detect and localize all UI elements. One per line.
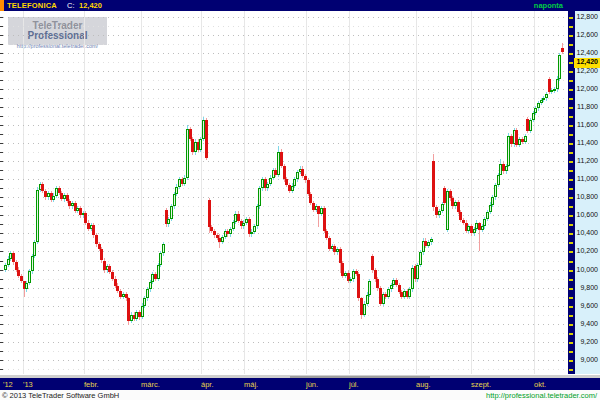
price-gridline-minor [3,116,568,117]
price-gridline-major [3,125,568,126]
candle-up [183,178,186,184]
close-field-label: C: [67,1,75,10]
price-axis-label: 12,000 [577,85,598,92]
right-axis-tick [569,80,573,82]
left-axis-tick [0,170,3,171]
candle-up [175,187,178,194]
time-axis-label: jún. [306,380,318,389]
price-axis-label: 9,800 [580,284,598,291]
price-gridline-major [3,89,568,90]
candle-up [221,237,224,242]
left-axis-tick [0,179,3,180]
right-axis-tick [569,360,573,362]
month-gridline [416,11,417,374]
left-axis-tick [0,369,3,370]
left-axis-tick [0,288,3,289]
right-axis-tick [569,143,573,145]
right-axis-tick [569,134,573,136]
left-axis-tick [0,251,3,252]
left-axis-tick [0,324,3,325]
price-axis-label: 9,000 [580,356,598,363]
candle-up [529,120,532,131]
left-axis-tick [0,89,3,90]
candle-up [296,172,299,179]
right-axis-tick [569,98,573,100]
candle-up [430,239,433,243]
candle-down [92,225,95,235]
right-axis-tick [569,53,573,55]
right-axis-tick [569,351,573,353]
price-gridline-minor [3,206,568,207]
candle-up [494,185,497,198]
left-axis-tick [0,35,3,36]
candle-up [266,184,269,189]
title-bar: TELEFONICA C: 12,420 naponta [0,0,600,11]
time-axis-bar: '12'13febr.márc.ápr.máj.jún.júl.aug.szep… [0,378,600,390]
candle-down [309,194,312,203]
right-axis-tick [569,306,573,308]
left-axis-tick [0,161,3,162]
left-axis-tick [0,215,3,216]
right-axis-tick [569,125,573,127]
right-axis-tick [569,161,573,163]
price-axis-label: 10,000 [577,266,598,273]
candle-down [459,212,462,220]
left-axis-tick [0,80,3,81]
right-axis-tick [569,342,573,344]
candle-up [293,179,296,185]
last-price-value: 12,420 [79,1,102,10]
candle-down [561,48,564,52]
left-axis-tick [0,44,3,45]
time-axis-label: márc. [141,380,160,389]
right-axis-tick [569,116,573,118]
price-gridline-major [3,143,568,144]
interval-selector[interactable]: naponta [534,1,563,10]
left-axis-tick [0,315,3,316]
left-axis-tick [0,188,3,189]
price-gridline-minor [3,261,568,262]
candle-up [349,279,352,281]
price-gridline-minor [3,152,568,153]
candle-up [242,223,245,227]
price-gridline-minor [3,315,568,316]
right-axis-tick [569,333,573,335]
price-axis-label: 11,000 [577,175,598,182]
candle-up [416,265,419,279]
left-axis-tick [0,233,3,234]
candle-up [438,211,441,216]
candle-up [486,212,489,219]
candle-down [208,200,211,227]
candle-down [95,235,98,244]
right-axis-tick [569,324,573,326]
right-axis-tick [569,71,573,73]
right-axis-tick [569,233,573,235]
candlestick-plot-area[interactable]: TeleTrader Professional http://professio… [0,11,568,374]
left-axis-tick [0,125,3,126]
time-axis-label: '13 [23,380,33,389]
price-gridline-major [3,251,568,252]
right-axis-tick [569,17,573,19]
price-axis-label: 12,400 [577,49,598,56]
left-axis-tick [0,360,3,361]
price-gridline-minor [3,134,568,135]
price-axis-label: 11,400 [577,139,598,146]
candle-up [167,219,170,224]
candle-down [205,120,208,158]
candle-down [376,279,379,288]
left-axis-tick [0,279,3,280]
price-gridline-minor [3,26,568,27]
candle-down [280,152,283,166]
price-gridline-minor [3,333,568,334]
candle-down [84,213,87,223]
price-gridline-minor [3,279,568,280]
left-axis-tick [0,134,3,135]
candle-up [250,232,253,235]
month-gridline [201,11,202,374]
candle-down [371,256,374,270]
left-axis-tick [0,143,3,144]
time-axis-label: okt. [534,380,546,389]
left-axis-tick [0,62,3,63]
price-axis-label: 9,600 [580,302,598,309]
status-footer: © 2013 TeleTrader Software GmbH http://p… [0,390,600,400]
price-gridline-minor [3,44,568,45]
